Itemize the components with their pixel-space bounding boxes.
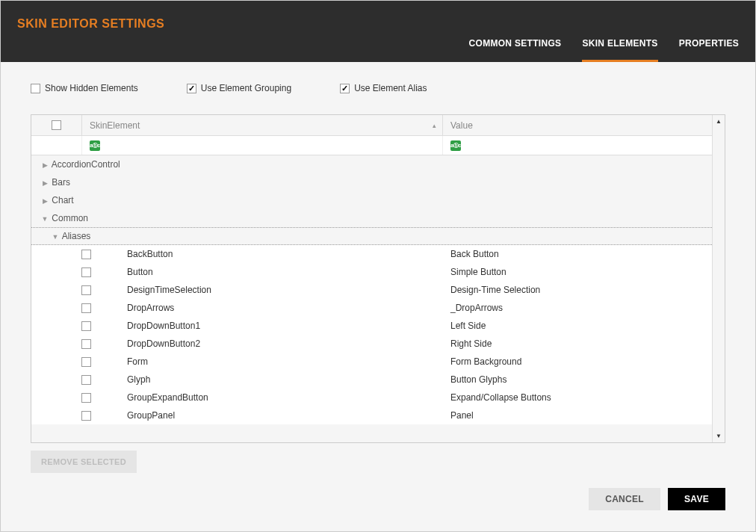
column-header-skinelement[interactable]: SkinElement ▴ (82, 115, 443, 135)
collapse-icon: ▼ (51, 233, 60, 241)
filter-icon (450, 140, 461, 151)
row-name: GroupPanel (97, 410, 443, 421)
row-value: Expand/Collapse Buttons (443, 392, 712, 403)
row-checkbox[interactable] (81, 285, 91, 295)
row-name: DropDownButton2 (97, 338, 443, 349)
checkbox-label: Use Element Grouping (201, 83, 291, 93)
column-label: Value (450, 120, 473, 131)
checkbox-icon (31, 84, 40, 93)
scroll-up-icon[interactable]: ▲ (713, 115, 725, 128)
row-name: Button (97, 267, 443, 277)
tab-skin-elements[interactable]: SKIN ELEMENTS (582, 38, 657, 62)
show-hidden-checkbox[interactable]: Show Hidden Elements (31, 83, 138, 93)
grid-header: SkinElement ▴ Value (31, 115, 712, 136)
row-value: Panel (443, 410, 712, 421)
checkbox-label: Use Element Alias (354, 83, 427, 93)
row-checkbox[interactable] (81, 393, 91, 403)
grid-body: ▶ AccordionControl ▶ Bars ▶ Chart ▼ Comm… (31, 155, 712, 442)
table-row[interactable]: GroupPanelPanel (31, 406, 712, 424)
header: SKIN EDITOR SETTINGS COMMON SETTINGS SKI… (1, 1, 755, 62)
cancel-button[interactable]: CANCEL (589, 488, 660, 510)
table-row[interactable]: DropDownButton1Left Side (31, 317, 712, 335)
table-row[interactable]: DropArrows_DropArrows (31, 299, 712, 317)
tab-common-settings[interactable]: COMMON SETTINGS (469, 38, 562, 62)
tab-bar: COMMON SETTINGS SKIN ELEMENTS PROPERTIES (469, 38, 739, 62)
settings-window: SKIN EDITOR SETTINGS COMMON SETTINGS SKI… (0, 0, 756, 532)
subgroup-label: Aliases (62, 231, 91, 241)
row-name: DropDownButton1 (97, 321, 443, 331)
row-checkbox[interactable] (81, 321, 91, 331)
table-row[interactable]: DesignTimeSelectionDesign-Time Selection (31, 281, 712, 299)
group-row-chart[interactable]: ▶ Chart (31, 191, 712, 209)
header-check-cell (31, 115, 82, 135)
row-value: Left Side (443, 321, 712, 331)
checkbox-icon (187, 84, 196, 93)
options-row: Show Hidden Elements Use Element Groupin… (31, 83, 725, 93)
row-value: Back Button (443, 249, 712, 259)
row-name: BackButton (97, 249, 443, 259)
expand-icon: ▶ (40, 161, 49, 169)
use-grouping-checkbox[interactable]: Use Element Grouping (187, 83, 291, 93)
row-name: Form (97, 356, 443, 367)
row-value: Design-Time Selection (443, 285, 712, 295)
table-row[interactable]: DropDownButton2Right Side (31, 335, 712, 353)
row-name: GroupExpandButton (97, 392, 443, 403)
filter-value[interactable] (443, 136, 712, 155)
row-value: Form Background (443, 356, 712, 367)
group-label: Bars (52, 177, 70, 188)
content-area: Show Hidden Elements Use Element Groupin… (1, 62, 755, 488)
filter-icon (90, 140, 100, 151)
row-checkbox[interactable] (81, 339, 91, 349)
group-label: AccordionControl (52, 159, 120, 170)
table-row[interactable]: ButtonSimple Button (31, 263, 712, 281)
grid-main: SkinElement ▴ Value ▶ AccordionControl (31, 115, 712, 442)
row-checkbox[interactable] (81, 303, 91, 313)
expand-icon: ▶ (40, 179, 49, 187)
group-row-bars[interactable]: ▶ Bars (31, 173, 712, 191)
row-name: Glyph (97, 374, 443, 385)
use-alias-checkbox[interactable]: Use Element Alias (340, 83, 427, 93)
table-row[interactable]: GroupExpandButtonExpand/Collapse Buttons (31, 389, 712, 406)
scroll-down-icon[interactable]: ▼ (713, 430, 725, 442)
group-label: Chart (52, 195, 73, 205)
row-checkbox[interactable] (81, 267, 91, 277)
grid: SkinElement ▴ Value ▶ AccordionControl (31, 114, 725, 443)
filter-skinelement[interactable] (82, 136, 443, 155)
table-row[interactable]: GlyphButton Glyphs (31, 371, 712, 389)
column-label: SkinElement (90, 120, 140, 131)
checkbox-icon (340, 84, 350, 93)
column-header-value[interactable]: Value (443, 115, 712, 135)
group-row-common[interactable]: ▼ Common (31, 209, 712, 227)
remove-selected-button: REMOVE SELECTED (31, 451, 137, 473)
table-row[interactable]: BackButtonBack Button (31, 245, 712, 263)
row-value: Right Side (443, 338, 712, 349)
table-row[interactable]: FormForm Background (31, 353, 712, 371)
row-value: Button Glyphs (443, 374, 712, 385)
subgroup-row-aliases[interactable]: ▼ Aliases (31, 227, 712, 245)
row-name: DropArrows (97, 303, 443, 313)
filter-check-cell (31, 136, 82, 155)
row-checkbox[interactable] (81, 411, 91, 421)
save-button[interactable]: SAVE (668, 488, 725, 510)
row-checkbox[interactable] (81, 375, 91, 385)
expand-icon: ▶ (40, 197, 49, 205)
select-all-checkbox[interactable] (52, 120, 61, 130)
row-value: Simple Button (443, 267, 712, 277)
row-value: _DropArrows (443, 303, 712, 313)
row-name: DesignTimeSelection (97, 285, 443, 295)
group-row-accordion[interactable]: ▶ AccordionControl (31, 155, 712, 173)
collapse-icon: ▼ (40, 215, 49, 223)
row-checkbox[interactable] (81, 357, 91, 367)
footer: CANCEL SAVE (1, 488, 755, 531)
sort-indicator-icon: ▴ (433, 122, 436, 129)
window-title: SKIN EDITOR SETTINGS (1, 1, 755, 31)
checkbox-label: Show Hidden Elements (45, 83, 138, 93)
grid-filter-row (31, 136, 712, 155)
row-checkbox[interactable] (81, 250, 91, 259)
group-label: Common (52, 213, 88, 223)
tab-properties[interactable]: PROPERTIES (679, 38, 739, 62)
vertical-scrollbar[interactable]: ▲ ▼ (712, 115, 725, 442)
